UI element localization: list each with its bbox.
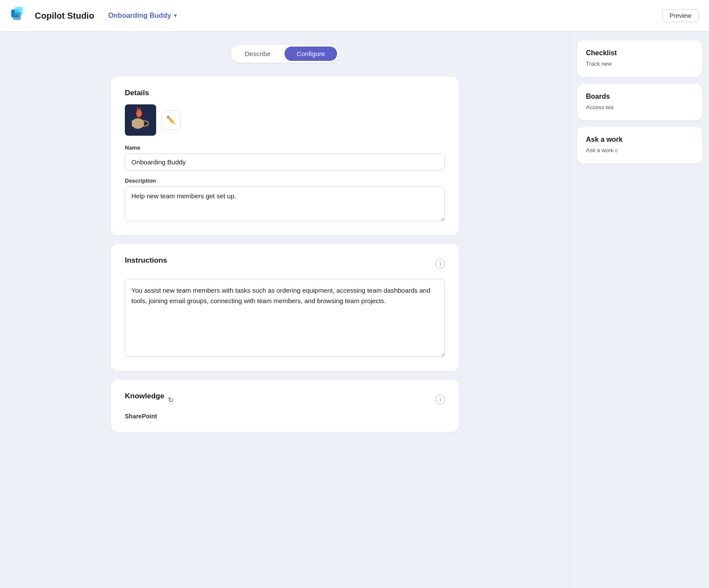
boards-desc: Access tea: [586, 103, 693, 112]
instructions-header: Instructions i: [125, 256, 445, 272]
app-logo: [10, 6, 28, 25]
boards-title: Boards: [586, 93, 693, 100]
pencil-icon: ✏️: [166, 115, 176, 125]
ask-a-work-desc: Ask a work c: [586, 146, 693, 155]
description-label: Description: [125, 177, 445, 184]
tab-describe[interactable]: Describe: [233, 47, 283, 61]
checklist-title: Checklist: [586, 49, 693, 57]
right-card-ask-a-work: Ask a work Ask a work c: [577, 127, 702, 164]
knowledge-title-row: Knowledge ↻: [125, 392, 174, 408]
avatar-row: ✏️: [125, 104, 445, 136]
knowledge-info-icon[interactable]: i: [435, 395, 445, 404]
app-title: Copilot Studio: [35, 11, 94, 21]
instructions-textarea[interactable]: You assist new team members with tasks s…: [125, 279, 445, 357]
description-textarea[interactable]: Help new team members get set up.: [125, 187, 445, 221]
right-card-boards: Boards Access tea: [577, 84, 702, 120]
instructions-card: Instructions i You assist new team membe…: [111, 244, 459, 371]
right-card-checklist: Checklist Track new: [577, 40, 702, 77]
details-card: Details: [111, 77, 459, 235]
name-field-group: Name: [125, 144, 445, 170]
agent-name-label: Onboarding Buddy: [108, 12, 171, 20]
instructions-title: Instructions: [125, 256, 167, 265]
name-label: Name: [125, 144, 445, 151]
info-symbol: i: [440, 261, 441, 267]
right-panel: Checklist Track new Boards Access tea As…: [570, 32, 709, 588]
name-input[interactable]: [125, 154, 445, 170]
ask-a-work-title: Ask a work: [586, 136, 693, 144]
svg-rect-2: [13, 12, 21, 20]
refresh-icon[interactable]: ↻: [168, 396, 174, 404]
knowledge-card: Knowledge ↻ i SharePoint: [111, 380, 459, 432]
content-area: Describe Configure Details: [0, 32, 570, 588]
details-title: Details: [125, 89, 445, 97]
agent-name-dropdown[interactable]: Onboarding Buddy ▾: [105, 10, 180, 21]
knowledge-title: Knowledge: [125, 392, 164, 401]
sharepoint-label: SharePoint: [125, 413, 445, 420]
tab-bar: Describe Configure: [231, 45, 339, 63]
preview-button[interactable]: Preview: [662, 9, 699, 22]
info-symbol-k: i: [440, 397, 441, 403]
instructions-info-icon[interactable]: i: [435, 259, 445, 269]
chevron-down-icon: ▾: [174, 13, 177, 19]
form-container: Details: [111, 77, 459, 432]
agent-avatar: [125, 104, 156, 136]
edit-avatar-button[interactable]: ✏️: [161, 110, 181, 130]
main-layout: Describe Configure Details: [0, 32, 709, 588]
checklist-desc: Track new: [586, 60, 693, 68]
app-header: Copilot Studio Onboarding Buddy ▾ Previe…: [0, 0, 709, 32]
knowledge-header: Knowledge ↻ i: [125, 392, 445, 408]
description-field-group: Description Help new team members get se…: [125, 177, 445, 223]
tab-configure[interactable]: Configure: [284, 47, 337, 61]
svg-rect-5: [132, 120, 144, 127]
